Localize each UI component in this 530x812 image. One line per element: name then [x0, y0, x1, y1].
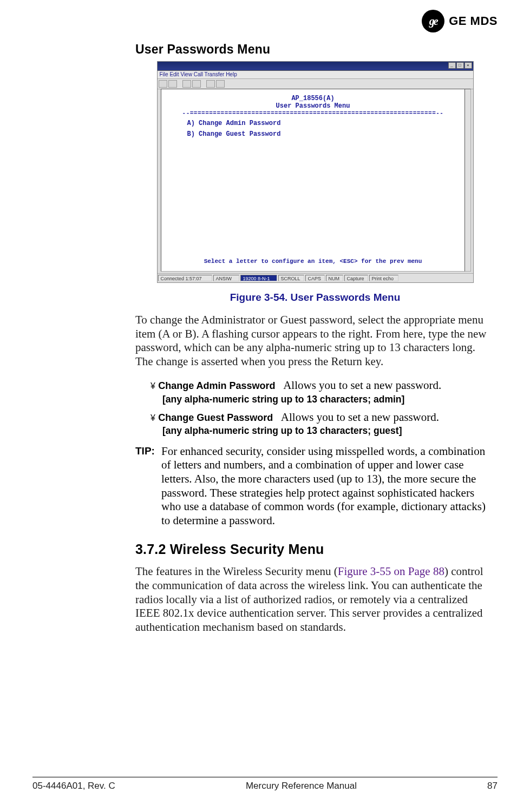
maximize-icon: □ [456, 62, 464, 69]
toolbar-icon [216, 80, 225, 88]
parameter-list: ¥ Change Admin Password Allows you to se… [151, 378, 495, 437]
footer-right: 87 [487, 781, 498, 791]
status-connected: Connected 1:57:07 [158, 275, 212, 281]
page-footer: 05-4446A01, Rev. C Mercury Reference Man… [32, 777, 498, 791]
status-caps: CAPS [305, 275, 325, 281]
footer-center: Mercury Reference Manual [246, 781, 357, 791]
bullet-icon: ¥ [151, 413, 155, 422]
terminal-title-line: User Passwords Menu [166, 102, 461, 110]
tip-label: TIP: [135, 445, 161, 528]
toolbar-icon [159, 80, 167, 88]
status-scroll: SCROLL [278, 275, 304, 281]
subsection-title: 3.7.2 Wireless Security Menu [135, 542, 495, 557]
minimize-icon: _ [448, 62, 456, 69]
figure-terminal-window: _ □ × File Edit View Call Transfer Help … [157, 61, 474, 283]
figure-caption: Figure 3-54. User Passwords Menu [135, 292, 495, 303]
toolbar-icon [206, 80, 215, 88]
param-desc: Allows you to set a new password. [283, 379, 441, 392]
tip-block: TIP: For enhanced security, consider usi… [135, 445, 495, 528]
terminal-device-line: AP_18556(A) [166, 95, 461, 102]
intro-paragraph: To change the Administrator or Guest pas… [135, 313, 495, 368]
window-titlebar: _ □ × [158, 62, 473, 71]
section-title: User Passwords Menu [135, 42, 495, 57]
brand-logo: ge GE MDS [422, 10, 498, 32]
toolbar-icon [182, 80, 191, 88]
param-range: [any alpha-numeric string up to 13 chara… [162, 394, 495, 406]
status-num: NUM [326, 275, 343, 281]
page: ge GE MDS User Passwords Menu _ □ × File… [0, 0, 530, 812]
tip-text: For enhanced security, consider using mi… [161, 445, 495, 528]
brand-text: GE MDS [449, 14, 498, 28]
text-run: The features in the Wireless Security me… [135, 565, 338, 578]
footer-left: 05-4446A01, Rev. C [32, 781, 115, 791]
toolbar-icon [192, 80, 201, 88]
status-capture: Capture [344, 275, 368, 281]
list-item: ¥ Change Guest Password Allows you to se… [151, 410, 495, 437]
param-name: Change Guest Password [158, 412, 273, 423]
param-name: Change Admin Password [158, 380, 275, 391]
ge-monogram-icon: ge [422, 10, 444, 32]
terminal-hint: Select a letter to configure an item, <E… [161, 258, 465, 265]
param-desc: Allows you to set a new password. [281, 411, 439, 424]
window-statusbar: Connected 1:57:07 ANSIW 19200 8-N-1 SCRO… [158, 273, 473, 282]
status-emulation: ANSIW [213, 275, 239, 281]
content-column: User Passwords Menu _ □ × File Edit View… [135, 42, 495, 634]
scrollbar-icon [464, 89, 471, 272]
terminal-area: AP_18556(A) User Passwords Menu --======… [161, 89, 466, 272]
terminal-divider: --======================================… [166, 110, 461, 116]
status-printecho: Print echo [369, 275, 398, 281]
window-toolbar [158, 79, 473, 89]
param-range: [any alpha-numeric string up to 13 chara… [162, 425, 495, 437]
toolbar-icon [168, 80, 177, 88]
window-menubar: File Edit View Call Transfer Help [158, 71, 473, 79]
terminal-item-b: B) Change Guest Password [187, 130, 461, 138]
list-item: ¥ Change Admin Password Allows you to se… [151, 378, 495, 405]
window-buttons: _ □ × [448, 62, 472, 69]
subsection-intro: The features in the Wireless Security me… [135, 565, 495, 634]
terminal-item-a: A) Change Admin Password [187, 120, 461, 127]
cross-reference-link[interactable]: Figure 3-55 on Page 88 [338, 565, 444, 578]
close-icon: × [464, 62, 472, 69]
status-baud: 19200 8-N-1 [240, 275, 277, 281]
bullet-icon: ¥ [151, 381, 155, 391]
